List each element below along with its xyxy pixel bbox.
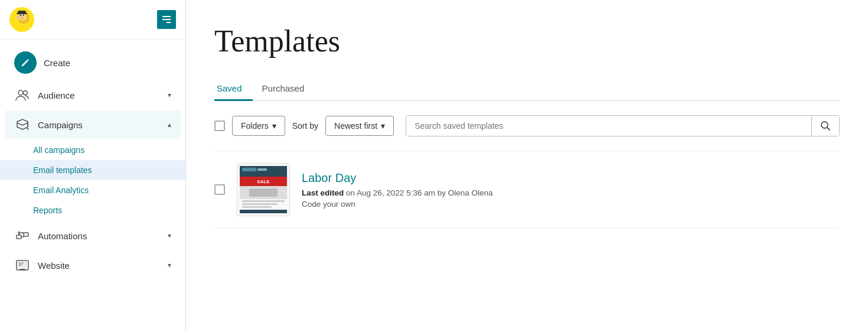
svg-rect-12 [162, 19, 171, 20]
tabs: Saved Purchased [214, 77, 840, 101]
template-type: Code your own [302, 200, 840, 209]
select-all-checkbox[interactable] [214, 121, 225, 131]
sidebar-item-email-templates[interactable]: Email templates [0, 160, 185, 180]
main-content: Templates Saved Purchased Folders ▾ Sort… [186, 0, 868, 332]
last-edited-value: on Aug 26, 2022 5:36 am by Olena Olena [346, 188, 492, 197]
sort-chevron-icon: ▾ [381, 121, 385, 131]
svg-rect-26 [257, 168, 267, 171]
template-info: Labor Day Last edited on Aug 26, 2022 5:… [302, 171, 840, 209]
sidebar-item-website[interactable]: Website ▾ [5, 251, 181, 279]
sort-by-label: Sort by [292, 121, 318, 131]
sidebar-item-campaigns[interactable]: Campaigns ▴ [5, 110, 181, 139]
sidebar: Create Audience ▾ [0, 0, 186, 332]
create-icon [14, 51, 37, 74]
audience-label: Audience [38, 90, 161, 100]
website-icon [14, 257, 31, 274]
tab-purchased[interactable]: Purchased [260, 77, 315, 101]
sidebar-item-email-analytics[interactable]: Email Analytics [0, 180, 185, 200]
reports-label: Reports [33, 206, 62, 215]
svg-text:SALE: SALE [257, 179, 270, 184]
website-chevron: ▾ [168, 261, 171, 269]
svg-point-16 [27, 128, 29, 130]
sidebar-item-create[interactable]: Create [5, 45, 181, 80]
sort-value: Newest first [334, 121, 377, 131]
svg-point-10 [17, 16, 19, 18]
svg-point-6 [20, 18, 24, 19]
template-thumbnail: SALE [237, 163, 290, 216]
svg-rect-32 [242, 203, 278, 205]
page-title: Templates [214, 24, 840, 58]
template-meta: Last edited on Aug 26, 2022 5:36 am by O… [302, 188, 840, 197]
automations-icon [14, 227, 31, 244]
svg-rect-17 [17, 235, 21, 239]
sidebar-item-reports[interactable]: Reports [0, 200, 185, 220]
svg-point-22 [821, 122, 828, 128]
svg-rect-13 [167, 22, 171, 23]
sort-button[interactable]: Newest first ▾ [325, 116, 394, 136]
svg-rect-8 [17, 13, 27, 14]
svg-rect-21 [19, 269, 25, 270]
svg-rect-31 [242, 200, 285, 202]
campaigns-sub-nav: All campaigns Email templates Email Anal… [0, 140, 185, 220]
search-wrapper [406, 115, 840, 136]
toolbar: Folders ▾ Sort by Newest first ▾ [214, 115, 840, 136]
audience-icon [14, 87, 31, 103]
sidebar-header [0, 0, 185, 40]
sidebar-item-automations[interactable]: Automations ▾ [5, 222, 181, 250]
campaigns-chevron: ▴ [168, 121, 171, 129]
template-name[interactable]: Labor Day [302, 171, 840, 185]
svg-point-14 [18, 90, 23, 95]
select-all-checkbox-wrapper [214, 121, 225, 131]
svg-rect-33 [242, 206, 272, 208]
sidebar-toggle-button[interactable] [157, 10, 176, 29]
svg-rect-11 [162, 16, 171, 17]
audience-chevron: ▾ [168, 91, 171, 99]
search-button[interactable] [811, 116, 839, 136]
email-templates-label: Email templates [33, 165, 92, 175]
sidebar-item-all-campaigns[interactable]: All campaigns [0, 140, 185, 160]
email-analytics-label: Email Analytics [33, 185, 89, 195]
template-list: SALE Labor Day Last edited on Aug 26, 20 [214, 151, 840, 229]
website-label: Website [38, 261, 161, 271]
folders-button[interactable]: Folders ▾ [232, 116, 285, 136]
all-campaigns-label: All campaigns [33, 145, 84, 155]
sidebar-navigation: Create Audience ▾ [0, 40, 185, 332]
svg-point-15 [24, 91, 28, 95]
svg-rect-25 [242, 168, 256, 171]
svg-point-4 [19, 15, 21, 16]
create-label: Create [44, 58, 171, 68]
mailchimp-logo [9, 7, 34, 32]
folders-label: Folders [241, 121, 269, 131]
automations-label: Automations [38, 231, 161, 241]
template-checkbox-wrapper [214, 184, 225, 195]
table-row: SALE Labor Day Last edited on Aug 26, 20 [214, 151, 840, 229]
search-input[interactable] [406, 116, 811, 136]
svg-rect-34 [240, 210, 287, 213]
automations-chevron: ▾ [168, 232, 171, 240]
template-checkbox[interactable] [214, 184, 225, 195]
search-icon [820, 121, 831, 131]
sidebar-item-audience[interactable]: Audience ▾ [5, 81, 181, 109]
svg-rect-30 [249, 188, 278, 197]
folders-chevron-icon: ▾ [272, 121, 276, 131]
svg-rect-18 [24, 233, 28, 236]
campaigns-icon [14, 116, 31, 133]
last-edited-label: Last edited [302, 188, 344, 197]
tab-saved[interactable]: Saved [214, 77, 253, 101]
campaigns-label: Campaigns [38, 120, 161, 130]
svg-point-5 [22, 15, 24, 16]
